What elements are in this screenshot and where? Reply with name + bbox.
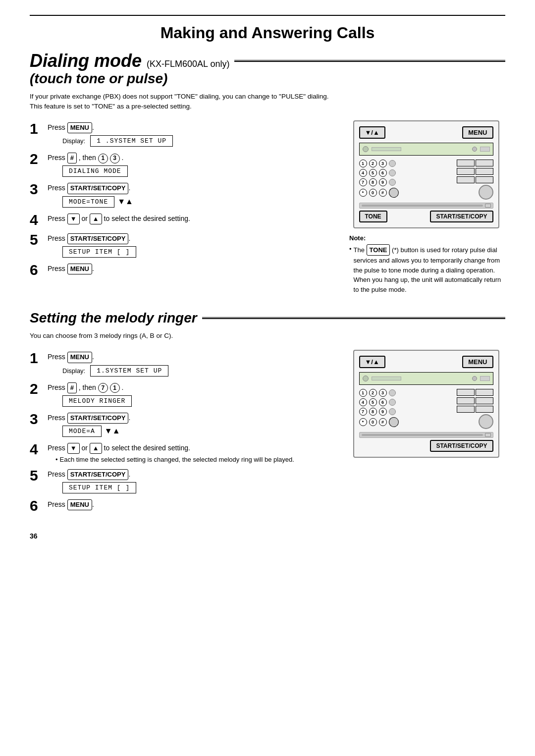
key2-extra2 bbox=[389, 399, 396, 406]
s1-step2-hash: # bbox=[67, 153, 77, 163]
screen-rect-1 bbox=[480, 147, 490, 152]
step-1-5: 5 Press START/SET/COPY. SETUP ITEM [ ] bbox=[30, 231, 332, 258]
step-2-6: 6 Press MENU. bbox=[30, 497, 332, 513]
s1-step1-display: 1 .SYSTEM SET UP bbox=[90, 135, 173, 147]
screen2-rect bbox=[480, 376, 490, 381]
step-1-2: 2 Press # , then 1 3 . DIALING MODE bbox=[30, 151, 332, 177]
section1-steps: 1 Press MENU. Display: 1 .SYSTEM SET UP … bbox=[30, 120, 332, 281]
device-illustration-1: ▼/▲ MENU 1 2 bbox=[353, 120, 499, 228]
device-start-btn: START/SET/COPY bbox=[430, 211, 493, 222]
s1-step1-menu-btn: MENU bbox=[67, 122, 92, 133]
s1-step2-key2: 3 bbox=[110, 154, 120, 163]
key2-hash: # bbox=[379, 418, 387, 426]
section1-desc: If your private exchange (PBX) does not … bbox=[30, 92, 505, 112]
s2-step4-sub: Each time the selected setting is change… bbox=[60, 456, 294, 463]
key-3: 3 bbox=[379, 160, 387, 167]
right2-key-2 bbox=[476, 389, 493, 396]
s2-step3-arrows: ▼▲ bbox=[105, 427, 120, 435]
key2-star: * bbox=[359, 418, 367, 426]
s1-step3-arrows: ▼▲ bbox=[117, 197, 133, 206]
device-nav-1: ▼/▲ bbox=[359, 126, 385, 139]
s1-step1-text: Press bbox=[48, 123, 67, 131]
s2-step4-arrow-up: ▲ bbox=[90, 443, 102, 454]
key2-7: 7 bbox=[359, 408, 367, 416]
right-keys-row1 bbox=[457, 160, 493, 166]
step-1-3: 3 Press START/SET/COPY. MODE=TONE ▼▲ bbox=[30, 181, 332, 207]
connector-bar bbox=[362, 205, 483, 207]
screen2-dot-1 bbox=[363, 376, 369, 381]
section2: Setting the melody ringer You can choose… bbox=[30, 310, 505, 517]
device2-connector bbox=[359, 432, 493, 438]
step-2-1: 1 Press MENU. Display: 1.SYSTEM SET UP bbox=[30, 350, 332, 376]
note-title-1: Note: bbox=[349, 233, 503, 243]
screen2-bar bbox=[372, 377, 401, 380]
key-9: 9 bbox=[379, 178, 387, 186]
s2-step5-display: SETUP ITEM [ ] bbox=[62, 482, 136, 493]
right2-key-1 bbox=[457, 389, 475, 396]
key-2: 2 bbox=[369, 160, 377, 167]
s1-step3-display: MODE=TONE bbox=[62, 196, 114, 208]
s2-step2-display: MELODY RINGER bbox=[62, 395, 132, 407]
screen-dot-1 bbox=[363, 146, 369, 152]
step-2-3: 3 Press START/SET/COPY. MODE=A ▼▲ bbox=[30, 411, 332, 437]
s1-step2-key1: 1 bbox=[98, 154, 108, 163]
step-2-2: 2 Press # , then 7 1 . MELODY RINGER bbox=[30, 380, 332, 407]
s1-step5-btn: START/SET/COPY bbox=[67, 233, 129, 244]
step-2-5: 5 Press START/SET/COPY. SETUP ITEM [ ] bbox=[30, 467, 332, 493]
device-col-1: ▼/▲ MENU 1 2 bbox=[347, 120, 505, 294]
page-number: 36 bbox=[30, 532, 38, 540]
device-col-2: ▼/▲ MENU 1 2 3 bbox=[347, 350, 505, 458]
key-star: * bbox=[359, 189, 367, 197]
s2-step3-btn: START/SET/COPY bbox=[67, 413, 129, 424]
s1-step3-btn: START/SET/COPY bbox=[67, 183, 129, 194]
note-section1: Note: • The TONE (*) button is used for … bbox=[349, 233, 503, 294]
device2-start-btn: START/SET/COPY bbox=[430, 440, 493, 452]
key-hash: # bbox=[379, 189, 387, 197]
s2-step6-menu: MENU bbox=[67, 499, 92, 510]
s2-step4-arrow-down: ▼ bbox=[67, 443, 80, 454]
key2-5: 5 bbox=[369, 398, 377, 406]
section1-title-big: Dialing mode bbox=[30, 51, 142, 71]
s2-step1-display-label: Display: bbox=[62, 367, 85, 375]
right2-keys-row3 bbox=[457, 406, 493, 413]
section1-title-line2: (touch tone or pulse) bbox=[30, 71, 167, 86]
right2-key-3 bbox=[457, 397, 475, 404]
section2-steps: 1 Press MENU. Display: 1.SYSTEM SET UP 2 bbox=[30, 350, 332, 517]
step-1-6: 6 Press MENU. bbox=[30, 262, 332, 277]
page-title: Making and Answering Calls bbox=[30, 15, 505, 42]
key-5: 5 bbox=[369, 169, 377, 177]
key2-0: 0 bbox=[369, 418, 377, 426]
key2-6: 6 bbox=[379, 398, 387, 406]
step-2-4: 4 Press ▼ or ▲ to select the desired set… bbox=[30, 441, 332, 463]
note-tone-btn: TONE bbox=[367, 244, 390, 256]
section1-title-small: (KX-FLM600AL only) bbox=[147, 59, 229, 69]
right-key-6 bbox=[476, 176, 493, 183]
key2-extra1 bbox=[389, 389, 396, 396]
right-keys-row3 bbox=[457, 176, 493, 183]
key2-8: 8 bbox=[369, 408, 377, 416]
device-menu-2: MENU bbox=[462, 356, 493, 368]
s1-step5-display: SETUP ITEM [ ] bbox=[62, 246, 136, 258]
device-nav-2: ▼/▲ bbox=[359, 356, 385, 368]
device-menu-1: MENU bbox=[462, 126, 493, 139]
key-dial bbox=[387, 186, 400, 199]
device-illustration-2: ▼/▲ MENU 1 2 3 bbox=[353, 350, 499, 458]
s1-step4-arrow-up: ▲ bbox=[90, 214, 102, 224]
key2-extra3 bbox=[389, 408, 396, 415]
s1-step1-display-label: Display: bbox=[62, 137, 85, 145]
key2-1: 1 bbox=[359, 389, 367, 397]
right2-keys-row2 bbox=[457, 397, 493, 404]
key-extra-circle bbox=[389, 160, 396, 167]
key-0: 0 bbox=[369, 189, 377, 197]
key2-2: 2 bbox=[369, 389, 377, 397]
s2-step3-display: MODE=A bbox=[62, 426, 102, 437]
device-speaker bbox=[479, 185, 493, 200]
key2-dial bbox=[387, 416, 400, 429]
key2-4: 4 bbox=[359, 398, 367, 406]
connector2-bar bbox=[362, 434, 483, 436]
right2-key-4 bbox=[476, 397, 493, 404]
section1: Dialing mode (KX-FLM600AL only) (touch t… bbox=[30, 51, 505, 294]
s1-step1-dot: . bbox=[92, 123, 94, 131]
page-footer: 36 bbox=[30, 532, 505, 540]
right2-key-6 bbox=[476, 406, 493, 413]
